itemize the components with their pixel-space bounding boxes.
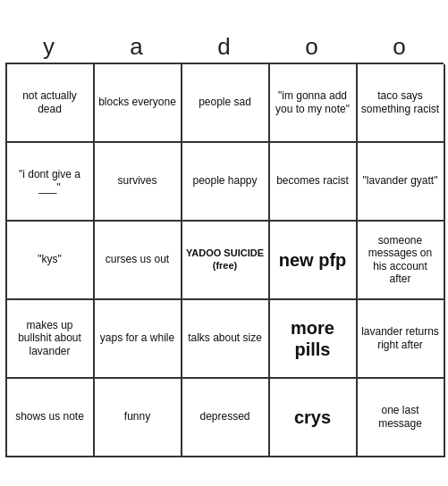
- bingo-cell-3: "im gonna add you to my note": [270, 64, 358, 143]
- bingo-cell-4: taco says something racist: [358, 64, 445, 143]
- bingo-cell-21: funny: [95, 379, 182, 457]
- bingo-cell-13: new pfp: [270, 222, 358, 300]
- header-letter-o-3: o: [273, 33, 351, 61]
- header-letter-y-0: y: [10, 33, 89, 61]
- bingo-cell-1: blocks everyone: [95, 64, 182, 143]
- bingo-cell-24: one last message: [358, 379, 445, 457]
- bingo-cell-22: depressed: [182, 379, 270, 457]
- bingo-cell-16: yaps for a while: [95, 300, 182, 379]
- bingo-cell-11: curses us out: [95, 222, 182, 300]
- bingo-cell-6: survives: [95, 143, 182, 222]
- bingo-cell-7: people happy: [182, 143, 270, 222]
- bingo-cell-10: "kys": [7, 222, 95, 300]
- bingo-cell-5: "i dont give a ___": [7, 143, 95, 222]
- bingo-cell-23: crys: [270, 379, 358, 457]
- bingo-cell-14: someone messages on his account after: [358, 222, 445, 300]
- bingo-card: yadoo not actually deadblocks everyonepe…: [5, 29, 444, 457]
- bingo-cell-8: becomes racist: [270, 143, 358, 222]
- header-letter-d-2: d: [185, 33, 264, 61]
- bingo-cell-0: not actually dead: [7, 64, 95, 143]
- bingo-cell-9: "lavander gyatt": [358, 143, 445, 222]
- header-letter-o-4: o: [360, 33, 439, 61]
- bingo-cell-20: shows us note: [7, 379, 95, 457]
- bingo-cell-15: makes up bullshit about lavander: [7, 300, 95, 379]
- bingo-header: yadoo: [5, 29, 444, 63]
- bingo-cell-19: lavander returns right after: [358, 300, 445, 379]
- header-letter-a-1: a: [97, 33, 176, 61]
- bingo-grid: not actually deadblocks everyonepeople s…: [5, 63, 444, 457]
- bingo-cell-18: more pills: [270, 300, 358, 379]
- bingo-cell-17: talks about size: [182, 300, 270, 379]
- bingo-cell-12: YADOO SUICIDE (free): [182, 222, 270, 300]
- bingo-cell-2: people sad: [182, 64, 270, 143]
